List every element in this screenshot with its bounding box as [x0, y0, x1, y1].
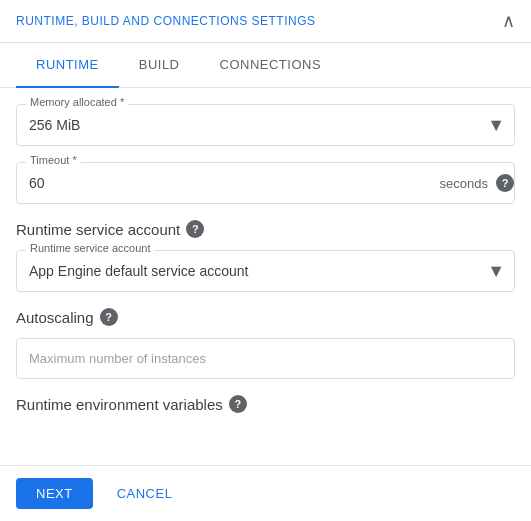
- autoscaling-help-icon[interactable]: ?: [100, 308, 118, 326]
- runtime-service-account-section: Runtime service account ? Runtime servic…: [16, 220, 515, 292]
- env-variables-heading: Runtime environment variables ?: [16, 395, 515, 413]
- autoscaling-section: Autoscaling ?: [16, 308, 515, 379]
- runtime-service-account-label: Runtime service account: [26, 242, 154, 254]
- next-button[interactable]: NEXT: [16, 478, 93, 509]
- env-variables-section: Runtime environment variables ?: [16, 395, 515, 413]
- timeout-help-icon[interactable]: ?: [496, 174, 514, 192]
- autoscaling-heading: Autoscaling ?: [16, 308, 515, 326]
- tab-build[interactable]: BUILD: [119, 43, 200, 88]
- runtime-service-account-heading: Runtime service account ?: [16, 220, 515, 238]
- memory-select[interactable]: 256 MiB: [16, 104, 515, 146]
- tab-runtime[interactable]: RUNTIME: [16, 43, 119, 88]
- content-area: Memory allocated * 256 MiB ▼ Timeout * s…: [0, 88, 531, 445]
- autoscaling-input[interactable]: [16, 338, 515, 379]
- timeout-suffix: seconds: [440, 176, 496, 191]
- timeout-label: Timeout *: [26, 154, 81, 166]
- timeout-input[interactable]: [17, 163, 440, 203]
- tab-connections[interactable]: CONNECTIONS: [200, 43, 342, 88]
- footer: NEXT CANCEL: [0, 465, 531, 521]
- section-title: RUNTIME, BUILD AND CONNECTIONS SETTINGS: [16, 14, 316, 28]
- timeout-field-group: Timeout * seconds ?: [16, 162, 515, 204]
- memory-field-group: Memory allocated * 256 MiB ▼: [16, 104, 515, 146]
- cancel-button[interactable]: CANCEL: [105, 478, 185, 509]
- memory-select-wrapper: 256 MiB ▼: [16, 104, 515, 146]
- runtime-service-account-help-icon[interactable]: ?: [186, 220, 204, 238]
- env-variables-help-icon[interactable]: ?: [229, 395, 247, 413]
- runtime-service-account-select-wrapper: App Engine default service account ▼: [16, 250, 515, 292]
- runtime-service-account-field-group: Runtime service account App Engine defau…: [16, 250, 515, 292]
- timeout-input-wrapper: seconds ?: [16, 162, 515, 204]
- section-header: RUNTIME, BUILD AND CONNECTIONS SETTINGS …: [0, 0, 531, 43]
- memory-label: Memory allocated *: [26, 96, 128, 108]
- collapse-icon[interactable]: ∧: [502, 10, 515, 32]
- runtime-service-account-select[interactable]: App Engine default service account: [16, 250, 515, 292]
- tabs-container: RUNTIME BUILD CONNECTIONS: [0, 43, 531, 88]
